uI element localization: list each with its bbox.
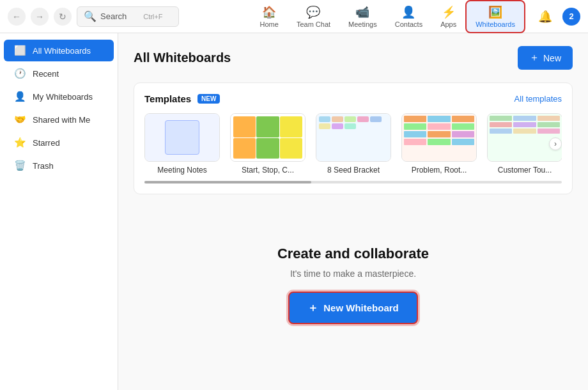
nav-label-home: Home — [260, 20, 279, 28]
nav-item-meetings[interactable]: 📹 Meetings — [339, 0, 386, 33]
seed-cell-7 — [332, 123, 343, 129]
forward-button[interactable]: → — [31, 8, 49, 26]
prob-cell-1 — [404, 116, 426, 122]
prob-cell-3 — [452, 116, 474, 122]
new-button-icon: ＋ — [529, 51, 539, 65]
nav-item-whiteboards[interactable]: 🖼️ Whiteboards — [465, 0, 525, 33]
shared-icon: 🤝 — [14, 114, 26, 125]
template-thumb-start-stop — [230, 113, 306, 162]
cust-cell-1 — [490, 116, 512, 121]
search-icon: 🔍 — [84, 10, 97, 22]
ss-cell-2 — [256, 116, 279, 137]
templates-title-row: Templates NEW — [144, 93, 220, 104]
notification-icon[interactable]: 🔔 — [538, 10, 552, 24]
create-section: Create and collaborate It's time to make… — [134, 214, 573, 356]
prob-row-1 — [404, 116, 474, 122]
cust-cell-4 — [490, 122, 512, 127]
trash-icon: 🗑️ — [14, 160, 26, 171]
cust-row-1 — [490, 116, 560, 121]
template-card-start-stop[interactable]: Start, Stop, C... — [230, 113, 306, 175]
sidebar-label-all-whiteboards: All Whiteboards — [33, 46, 91, 56]
prob-cell-8 — [428, 131, 450, 137]
nav-label-whiteboards: Whiteboards — [476, 20, 515, 28]
prob-row-3 — [404, 131, 474, 137]
template-card-meeting-notes[interactable]: Meeting Notes — [144, 113, 220, 175]
template-thumb-seed-bracket — [316, 113, 391, 162]
prob-cell-7 — [404, 131, 426, 137]
template-card-seed-bracket[interactable]: 8 Seed Bracket — [316, 113, 391, 175]
scroll-track — [144, 181, 562, 183]
nav-item-teamchat[interactable]: 💬 Team Chat — [288, 0, 339, 33]
nav-label-meetings: Meetings — [348, 20, 377, 28]
cust-cell-9 — [538, 129, 560, 134]
thumb-start-stop-visual — [231, 114, 305, 161]
create-subtitle: It's time to make a masterpiece. — [290, 269, 416, 279]
template-label-problem-root: Problem, Root... — [412, 166, 467, 175]
cust-row-3 — [490, 129, 560, 134]
templates-header: Templates NEW All templates — [144, 93, 562, 104]
search-shortcut: Ctrl+F — [143, 13, 162, 20]
prob-cell-9 — [452, 131, 474, 137]
contacts-icon: 👤 — [401, 5, 415, 19]
scroll-right-arrow[interactable]: › — [549, 137, 562, 150]
templates-scroll: Meeting Notes Start, Sto — [144, 113, 562, 175]
starred-icon: ⭐ — [14, 137, 26, 148]
template-thumb-meeting-notes — [144, 113, 220, 162]
template-label-meeting-notes: Meeting Notes — [157, 166, 206, 175]
all-templates-link[interactable]: All templates — [514, 94, 562, 104]
seed-cell-4 — [357, 116, 369, 122]
sidebar-item-recent[interactable]: 🕐 Recent — [4, 63, 114, 84]
templates-title: Templates — [144, 93, 191, 104]
nav-item-apps[interactable]: ⚡ Apps — [431, 0, 465, 33]
sidebar-item-trash[interactable]: 🗑️ Trash — [4, 155, 114, 176]
nav-label-contacts: Contacts — [395, 20, 422, 28]
prob-cell-5 — [428, 123, 450, 130]
sidebar-item-starred[interactable]: ⭐ Starred — [4, 132, 114, 153]
thumb-seed-visual — [316, 114, 391, 161]
prob-cell-2 — [428, 116, 450, 122]
nav-item-contacts[interactable]: 👤 Contacts — [386, 0, 431, 33]
refresh-button[interactable]: ↻ — [54, 8, 72, 26]
thumb-meeting-notes-inner — [165, 120, 199, 155]
prob-cell-12 — [452, 139, 474, 145]
sidebar-label-starred: Starred — [33, 138, 60, 148]
new-button[interactable]: ＋ New — [518, 46, 573, 70]
top-nav: ← → ↻ 🔍 Search Ctrl+F 🏠 Home 💬 Team Chat… — [0, 0, 588, 33]
search-box[interactable]: 🔍 Search Ctrl+F — [77, 6, 179, 27]
back-button[interactable]: ← — [8, 8, 26, 26]
templates-section: Templates NEW All templates Meeting Note… — [134, 82, 573, 194]
seed-cell-3 — [344, 116, 356, 122]
cust-row-2 — [490, 122, 560, 127]
scroll-thumb — [144, 181, 311, 183]
prob-cell-11 — [428, 139, 450, 145]
sidebar-label-recent: Recent — [33, 69, 59, 79]
prob-cell-10 — [404, 139, 426, 145]
sidebar: ⬜ All Whiteboards 🕐 Recent 👤 My Whiteboa… — [0, 33, 118, 390]
nav-icons: 🏠 Home 💬 Team Chat 📹 Meetings 👤 Contacts… — [251, 0, 525, 33]
apps-icon: ⚡ — [442, 5, 456, 19]
content-header: All Whiteboards ＋ New — [134, 46, 573, 70]
search-label: Search — [100, 12, 127, 21]
ss-cell-1 — [233, 116, 256, 137]
sidebar-item-shared-with-me[interactable]: 🤝 Shared with Me — [4, 109, 114, 130]
sidebar-item-my-whiteboards[interactable]: 👤 My Whiteboards — [4, 86, 114, 107]
template-thumb-customer — [487, 113, 562, 162]
thumb-customer-visual — [488, 114, 562, 161]
my-whiteboards-icon: 👤 — [14, 91, 26, 102]
sidebar-item-all-whiteboards[interactable]: ⬜ All Whiteboards — [4, 40, 114, 61]
sidebar-label-my-whiteboards: My Whiteboards — [33, 92, 93, 102]
whiteboards-icon: 🖼️ — [488, 5, 502, 19]
nav-label-teamchat: Team Chat — [297, 20, 330, 28]
nav-label-apps: Apps — [440, 20, 456, 28]
cust-cell-6 — [538, 122, 560, 127]
nav-item-home[interactable]: 🏠 Home — [251, 0, 288, 33]
seed-cell-6 — [319, 123, 330, 129]
template-card-problem-root[interactable]: Problem, Root... — [401, 113, 477, 175]
cust-cell-8 — [513, 129, 536, 134]
recent-icon: 🕐 — [14, 68, 26, 79]
avatar[interactable]: 2 — [562, 8, 580, 26]
teamchat-icon: 💬 — [306, 5, 320, 19]
new-whiteboard-button[interactable]: ＋ New Whiteboard — [288, 292, 418, 324]
template-label-seed-bracket: 8 Seed Bracket — [327, 166, 380, 175]
seed-cell-1 — [319, 116, 330, 122]
